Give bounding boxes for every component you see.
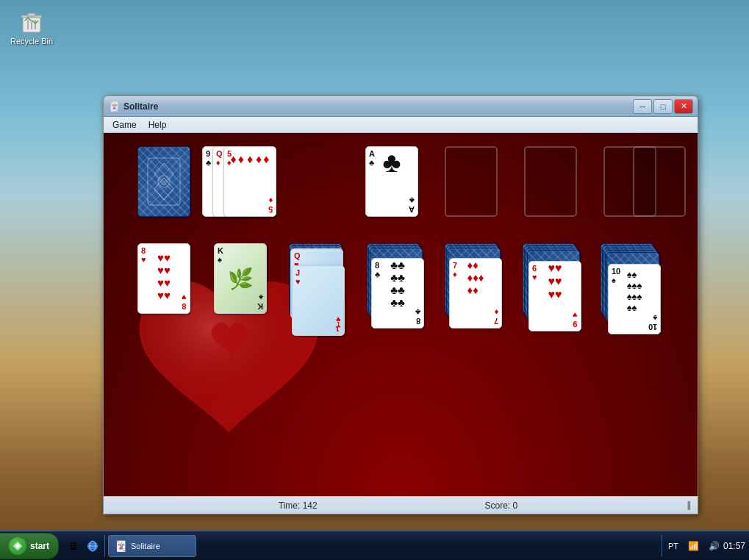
taskbar: start 🖥 🃏 Solitaire PT bbox=[0, 531, 749, 560]
desktop: Recycle Bin 🃏 Solitaire ─ □ ✕ Game Help bbox=[0, 0, 749, 560]
tray-clock-icon: 01:57 bbox=[725, 537, 743, 555]
svg-rect-2 bbox=[28, 13, 35, 16]
window-app-icon: 🃏 bbox=[108, 101, 120, 112]
start-orb bbox=[9, 537, 26, 555]
window-controls: ─ □ ✕ bbox=[633, 99, 693, 114]
foundation-3-empty[interactable] bbox=[524, 146, 577, 217]
svg-marker-8 bbox=[154, 178, 173, 200]
foundation-2-empty[interactable] bbox=[445, 146, 498, 217]
status-score: Score: 0 bbox=[484, 500, 517, 511]
language-indicator: PT bbox=[668, 542, 678, 550]
stock-pile[interactable] bbox=[137, 146, 190, 217]
tableau-col6-6h[interactable]: 6♥ 9♥ ♥♥♥♥♥♥ bbox=[528, 261, 581, 331]
quick-launch: 🖥 bbox=[62, 535, 105, 557]
window-title: Solitaire bbox=[123, 101, 633, 112]
taskbar-time: 01:57 bbox=[723, 541, 745, 551]
foundation-5-empty[interactable] bbox=[633, 146, 686, 217]
tableau-col1-8h[interactable]: 8♥ 8♥ ♥♥♥♥♥♥♥♥ bbox=[137, 243, 190, 314]
tableau-col7-10s[interactable]: 10♠ 10♠ ♠♠♠♠♠♠♠♠♠♠ bbox=[608, 264, 661, 334]
game-content: 9♣ 9♣ ♣ Q♦ Q♦ ♦♦♦ 5♦ 5♦ ♦♦♦♦♦ bbox=[104, 133, 698, 496]
solitaire-window: 🃏 Solitaire ─ □ ✕ Game Help bbox=[103, 96, 698, 514]
foundation-1-ace-clubs[interactable]: A♣ A♣ ♣ bbox=[365, 146, 418, 217]
tray-volume-icon[interactable]: 🔊 bbox=[705, 537, 723, 555]
tableau-col2-king[interactable]: K♠ K♠ 🌿 bbox=[214, 243, 267, 314]
taskbar-app-solitaire-label: Solitaire bbox=[131, 542, 160, 550]
minimize-button[interactable]: ─ bbox=[633, 99, 652, 114]
recycle-bin-icon bbox=[17, 6, 46, 35]
svg-marker-7 bbox=[154, 163, 173, 185]
start-button[interactable]: start bbox=[0, 533, 59, 559]
quicklaunch-ie-icon[interactable] bbox=[84, 537, 101, 555]
recycle-bin[interactable]: Recycle Bin bbox=[6, 6, 57, 46]
menu-help[interactable]: Help bbox=[143, 118, 173, 132]
start-label: start bbox=[30, 541, 49, 551]
window-menubar: Game Help bbox=[104, 117, 698, 133]
close-button[interactable]: ✕ bbox=[674, 99, 693, 114]
system-tray: PT 📶 🔊 01:57 bbox=[662, 535, 749, 557]
taskbar-app-solitaire[interactable]: 🃏 Solitaire bbox=[108, 535, 196, 557]
status-time: Time: 142 bbox=[279, 500, 318, 511]
recycle-bin-label: Recycle Bin bbox=[10, 37, 53, 46]
taskbar-apps: 🃏 Solitaire bbox=[105, 535, 662, 557]
tableau-col3-jack[interactable]: J♥ J♥ J bbox=[292, 265, 345, 336]
window-statusbar: Time: 142 Score: 0 ▐ bbox=[104, 496, 698, 514]
drawn-card-5d[interactable]: 5♦ 5♦ ♦♦♦♦♦ bbox=[223, 146, 276, 217]
tableau-col5-7d[interactable]: 7♦ 7♦ ♦♦♦♦♦♦♦ bbox=[449, 258, 502, 329]
menu-game[interactable]: Game bbox=[107, 118, 143, 132]
maximize-button[interactable]: □ bbox=[653, 99, 673, 114]
quicklaunch-desktop-icon[interactable]: 🖥 bbox=[65, 537, 82, 555]
svg-point-10 bbox=[16, 545, 19, 548]
window-titlebar: 🃏 Solitaire ─ □ ✕ bbox=[104, 96, 698, 117]
tableau-col4-8c[interactable]: 8♣ 8♣ ♣♣♣♣♣♣♣♣ bbox=[371, 258, 424, 329]
tray-network-icon[interactable]: 📶 bbox=[684, 537, 702, 555]
